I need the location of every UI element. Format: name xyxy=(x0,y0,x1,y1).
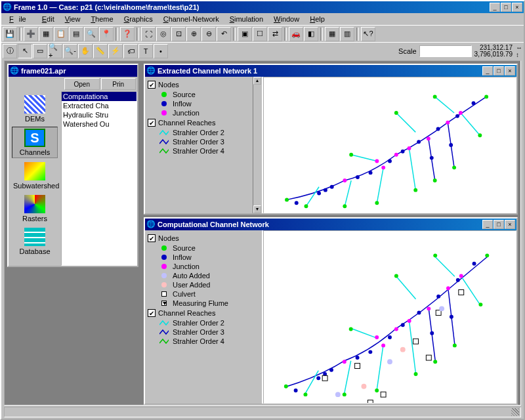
maximize-button[interactable]: □ xyxy=(501,3,511,12)
legend-header-nodes[interactable]: ✔Nodes xyxy=(148,79,259,90)
menu-help[interactable]: Help xyxy=(304,14,330,24)
list-item[interactable]: Hydraulic Stru xyxy=(62,110,136,119)
edit-legend-icon[interactable]: 📋 xyxy=(54,27,68,41)
maximize-button[interactable]: □ xyxy=(494,220,504,229)
legend-item[interactable]: Inflow xyxy=(148,253,259,262)
legend-header-reaches[interactable]: ✔Channel Reaches xyxy=(148,117,259,128)
hotlink-icon[interactable]: ⚡ xyxy=(108,44,123,58)
legend-item[interactable]: Strahler Order 2 xyxy=(148,128,259,137)
win2-legend[interactable]: ✔Nodes SourceInflowJunctionAuto AddedUse… xyxy=(145,230,263,404)
zoom-prev-icon[interactable]: ↶ xyxy=(217,27,231,41)
win2-canvas[interactable] xyxy=(263,230,516,404)
zoom-selected-icon[interactable]: ⊡ xyxy=(171,27,186,41)
find-icon[interactable]: 🔍 xyxy=(84,27,98,41)
menu-file[interactable]: File xyxy=(4,14,37,24)
maximize-button[interactable]: □ xyxy=(494,66,504,75)
main-titlebar[interactable]: 🌐 Frame 1.0 — Case: p21 (c:\vieira\home\… xyxy=(1,1,524,13)
open-button[interactable]: Open xyxy=(64,78,100,90)
svg-point-43 xyxy=(394,274,398,278)
legend-item[interactable]: Strahler Order 4 xyxy=(148,337,259,346)
legend-item[interactable]: Source xyxy=(148,90,259,99)
add-theme-icon[interactable]: ➕ xyxy=(24,27,38,41)
tool-unk-icon[interactable]: ◧ xyxy=(304,27,318,41)
legend-header-reaches[interactable]: ✔Channel Reaches xyxy=(148,308,259,318)
computational-network-window[interactable]: 🌐 Computational Channel Network _□× ✔Nod… xyxy=(144,217,518,405)
list-item[interactable]: Extracted Cha xyxy=(62,101,136,110)
select-none-icon[interactable]: ☐ xyxy=(253,27,267,41)
legend-item[interactable]: Strahler Order 4 xyxy=(148,146,259,156)
legend-item[interactable]: Culvert xyxy=(148,289,259,299)
menu-graphics[interactable]: Graphics xyxy=(119,14,158,24)
grid-icon[interactable]: ▦ xyxy=(325,27,339,41)
zoom-in-icon[interactable]: 🔍+ xyxy=(48,44,62,58)
menu-window[interactable]: Window xyxy=(268,14,304,24)
legend-item[interactable]: Source xyxy=(148,243,259,253)
text-icon[interactable]: T xyxy=(138,44,153,58)
win2-titlebar[interactable]: 🌐 Computational Channel Network _□× xyxy=(145,219,516,230)
extracted-network-window[interactable]: 🌐 Extracted Channel Network 1 _□× ✔Nodes… xyxy=(144,64,518,215)
legend-item[interactable]: Junction xyxy=(148,262,259,271)
close-button[interactable]: × xyxy=(505,66,515,75)
zoom-out-fixed-icon[interactable]: ⊖ xyxy=(201,27,216,41)
scroll-down-icon[interactable]: ▾ xyxy=(253,205,261,213)
tab-rasters[interactable]: Rasters xyxy=(12,194,58,224)
zoom-out-icon[interactable]: 🔍- xyxy=(63,44,77,58)
menu-channel-network[interactable]: Channel-Network xyxy=(158,14,224,24)
pointer-icon[interactable]: ↖ xyxy=(18,44,32,58)
theme-props-icon[interactable]: ▦ xyxy=(39,27,53,41)
menu-view[interactable]: View xyxy=(60,14,86,24)
legend-item[interactable]: Auto Added xyxy=(148,271,259,280)
legend-item[interactable]: Inflow xyxy=(148,99,259,108)
menu-edit[interactable]: Edit xyxy=(37,14,60,24)
save-icon[interactable]: 💾 xyxy=(3,27,17,41)
legend-item[interactable]: User Added xyxy=(148,280,259,289)
legend-item[interactable]: Measuring Flume xyxy=(148,299,259,308)
close-button[interactable]: × xyxy=(512,3,522,12)
legend-item[interactable]: Strahler Order 3 xyxy=(148,327,259,337)
list-item[interactable]: Watershed Ou xyxy=(62,119,136,129)
project-list[interactable]: Computationa Extracted Cha Hydraulic Str… xyxy=(61,91,137,266)
project-titlebar[interactable]: 🌐 frame021.apr xyxy=(9,65,137,77)
legend-header-nodes[interactable]: ✔Nodes xyxy=(148,233,259,243)
resize-grip-icon[interactable] xyxy=(511,408,519,416)
win1-titlebar[interactable]: 🌐 Extracted Channel Network 1 _□× xyxy=(145,65,516,77)
print-button[interactable]: Prin xyxy=(101,78,136,90)
measure-icon[interactable]: 📏 xyxy=(93,44,108,58)
zoom-active-icon[interactable]: ◎ xyxy=(156,27,171,41)
locate-icon[interactable]: 📍 xyxy=(99,27,114,41)
layout-icon[interactable]: ▥ xyxy=(340,27,354,41)
label-icon[interactable]: 🏷 xyxy=(123,44,138,58)
select-rect-icon[interactable]: ▭ xyxy=(33,44,47,58)
legend-item[interactable]: Strahler Order 2 xyxy=(148,318,259,327)
scale-input[interactable] xyxy=(419,45,472,57)
minimize-button[interactable]: _ xyxy=(482,220,493,229)
tab-dems[interactable]: DEMs xyxy=(12,94,58,124)
pan-icon[interactable]: ✋ xyxy=(78,44,93,58)
tab-subwatershed[interactable]: Subwatershed xyxy=(12,161,58,191)
project-window[interactable]: 🌐 frame021.apr Open Prin DEMs SChannels … xyxy=(7,64,138,267)
minimize-button[interactable]: _ xyxy=(482,66,493,75)
query-icon[interactable]: ❓ xyxy=(120,27,135,41)
info-icon[interactable]: ⓘ xyxy=(3,44,17,58)
tab-database[interactable]: Database xyxy=(12,226,58,257)
tab-channels[interactable]: SChannels xyxy=(12,127,58,158)
draw-point-icon[interactable]: • xyxy=(154,44,168,58)
list-item[interactable]: Computationa xyxy=(62,92,136,101)
zoom-full-icon[interactable]: ⛶ xyxy=(141,27,156,41)
close-button[interactable]: × xyxy=(505,220,515,229)
menu-simulation[interactable]: Simulation xyxy=(224,14,268,24)
legend-item[interactable]: Strahler Order 3 xyxy=(148,137,259,146)
open-table-icon[interactable]: ▤ xyxy=(69,27,83,41)
switch-select-icon[interactable]: ⇄ xyxy=(268,27,282,41)
help-pointer-icon[interactable]: ↖? xyxy=(361,27,375,41)
minimize-button[interactable]: _ xyxy=(490,3,500,12)
select-all-icon[interactable]: ▣ xyxy=(238,27,252,41)
legend-scrollbar[interactable]: ▴ ▾ xyxy=(253,77,262,213)
zoom-in-fixed-icon[interactable]: ⊕ xyxy=(186,27,201,41)
win1-canvas[interactable] xyxy=(263,77,516,213)
car-icon[interactable]: 🚗 xyxy=(289,27,303,41)
menu-theme[interactable]: Theme xyxy=(85,14,118,24)
win1-legend[interactable]: ✔Nodes SourceInflowJunction ✔Channel Rea… xyxy=(145,77,263,213)
legend-item[interactable]: Junction xyxy=(148,108,259,117)
scroll-up-icon[interactable]: ▴ xyxy=(253,77,261,85)
